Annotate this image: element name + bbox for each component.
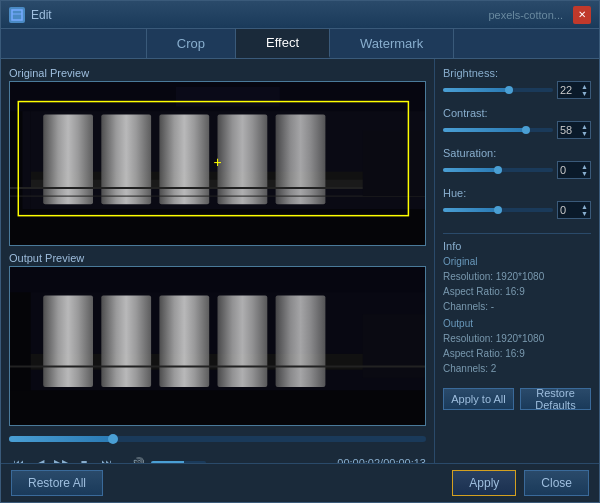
stop-button[interactable]: ■ (75, 454, 93, 463)
original-aspect: Aspect Ratio: 16:9 (443, 284, 591, 299)
skip-start-button[interactable]: ⏮ (9, 454, 27, 463)
output-scene-svg (10, 267, 425, 425)
skip-end-button[interactable]: ⏭ (97, 454, 115, 463)
hue-handle[interactable] (494, 206, 502, 214)
tab-effect[interactable]: Effect (236, 29, 330, 58)
action-buttons: Apply to All Restore Defaults (443, 388, 591, 410)
tab-bar: Crop Effect Watermark (1, 29, 599, 59)
apply-to-all-button[interactable]: Apply to All (443, 388, 514, 410)
output-preview-section: Output Preview (9, 252, 426, 426)
info-title: Info (443, 240, 591, 252)
info-section: Info Original Resolution: 1920*1080 Aspe… (443, 233, 591, 376)
svg-rect-30 (363, 314, 425, 377)
right-panel: Brightness: 22 ▲▼ Contrast: (434, 59, 599, 463)
svg-rect-26 (218, 295, 268, 387)
saturation-slider[interactable] (443, 168, 553, 172)
edit-window: Edit pexels-cotton... ✕ Crop Effect Wate… (0, 0, 600, 503)
output-resolution: Resolution: 1920*1080 (443, 331, 591, 346)
brightness-value: 22 (560, 84, 572, 96)
original-channels: Channels: - (443, 299, 591, 314)
svg-rect-13 (176, 87, 280, 107)
seek-bar-fill (9, 436, 113, 442)
svg-rect-9 (159, 115, 209, 205)
main-content: Original Preview (1, 59, 599, 463)
brightness-spinbox[interactable]: 22 ▲▼ (557, 81, 591, 99)
svg-rect-7 (43, 115, 93, 205)
contrast-row: Contrast: 58 ▲▼ (443, 107, 591, 139)
hue-label: Hue: (443, 187, 591, 199)
svg-rect-29 (10, 390, 425, 425)
brightness-label: Brightness: (443, 67, 591, 79)
original-preview-section: Original Preview (9, 67, 426, 246)
brightness-handle[interactable] (505, 86, 513, 94)
contrast-value: 58 (560, 124, 572, 136)
output-channels: Channels: 2 (443, 361, 591, 376)
apply-button[interactable]: Apply (452, 470, 516, 496)
svg-rect-14 (10, 209, 425, 245)
svg-rect-27 (276, 295, 326, 387)
svg-text:+: + (213, 154, 221, 170)
svg-rect-11 (276, 115, 326, 205)
restore-all-button[interactable]: Restore All (11, 470, 103, 496)
svg-rect-28 (10, 267, 425, 292)
tab-crop[interactable]: Crop (146, 29, 236, 58)
svg-rect-24 (101, 295, 151, 387)
saturation-handle[interactable] (494, 166, 502, 174)
original-label: Original Preview (9, 67, 426, 79)
contrast-slider-row: 58 ▲▼ (443, 121, 591, 139)
hue-row: Hue: 0 ▲▼ (443, 187, 591, 219)
original-info-label: Original (443, 256, 591, 267)
step-back-button[interactable]: ◀ (31, 454, 49, 463)
contrast-slider[interactable] (443, 128, 553, 132)
hue-spinbox[interactable]: 0 ▲▼ (557, 201, 591, 219)
svg-rect-23 (43, 295, 93, 387)
playback-controls: ⏮ ◀ ▶▶ ■ ⏭ 🔊 00:00:02/00:00:13 (9, 452, 426, 463)
hue-value: 0 (560, 204, 566, 216)
saturation-value: 0 (560, 164, 566, 176)
brightness-slider-row: 22 ▲▼ (443, 81, 591, 99)
contrast-label: Contrast: (443, 107, 591, 119)
svg-rect-8 (101, 115, 151, 205)
tab-watermark[interactable]: Watermark (330, 29, 454, 58)
output-label: Output Preview (9, 252, 426, 264)
seek-handle[interactable] (108, 434, 118, 444)
original-preview-box: + (9, 81, 426, 246)
saturation-fill (443, 168, 498, 172)
left-panel: Original Preview (1, 59, 434, 463)
window-title: Edit (31, 8, 488, 22)
hue-slider-row: 0 ▲▼ (443, 201, 591, 219)
output-preview-box (9, 266, 426, 426)
contrast-fill (443, 128, 526, 132)
hue-fill (443, 208, 498, 212)
titlebar: Edit pexels-cotton... ✕ (1, 1, 599, 29)
close-icon[interactable]: ✕ (573, 6, 591, 24)
play-button[interactable]: ▶▶ (53, 454, 71, 463)
saturation-slider-row: 0 ▲▼ (443, 161, 591, 179)
close-button[interactable]: Close (524, 470, 589, 496)
restore-defaults-button[interactable]: Restore Defaults (520, 388, 591, 410)
volume-icon[interactable]: 🔊 (129, 454, 147, 463)
svg-rect-25 (159, 295, 209, 387)
brightness-arrows[interactable]: ▲▼ (581, 83, 588, 97)
saturation-spinbox[interactable]: 0 ▲▼ (557, 161, 591, 179)
saturation-arrows[interactable]: ▲▼ (581, 163, 588, 177)
saturation-row: Saturation: 0 ▲▼ (443, 147, 591, 179)
svg-rect-10 (218, 115, 268, 205)
output-aspect: Aspect Ratio: 16:9 (443, 346, 591, 361)
hue-slider[interactable] (443, 208, 553, 212)
original-preview-image: + (10, 82, 425, 245)
brightness-row: Brightness: 22 ▲▼ (443, 67, 591, 99)
brightness-slider[interactable] (443, 88, 553, 92)
output-info-label: Output (443, 318, 591, 329)
file-label: pexels-cotton... (488, 9, 563, 21)
original-scene-svg: + (10, 82, 425, 245)
bottom-bar: Restore All Apply Close (1, 463, 599, 502)
app-icon (9, 7, 25, 23)
contrast-arrows[interactable]: ▲▼ (581, 123, 588, 137)
svg-rect-0 (12, 10, 22, 20)
original-resolution: Resolution: 1920*1080 (443, 269, 591, 284)
seek-bar[interactable] (9, 436, 426, 442)
hue-arrows[interactable]: ▲▼ (581, 203, 588, 217)
contrast-spinbox[interactable]: 58 ▲▼ (557, 121, 591, 139)
contrast-handle[interactable] (522, 126, 530, 134)
